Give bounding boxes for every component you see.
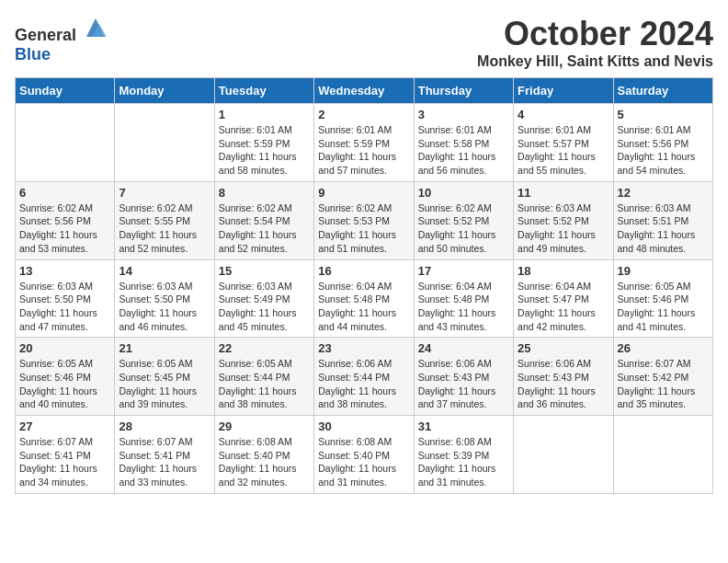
day-number: 30 [318, 419, 409, 433]
day-detail: Sunrise: 6:02 AM Sunset: 5:54 PM Dayligh… [219, 201, 310, 256]
day-number: 14 [119, 264, 210, 278]
calendar-day-cell: 31Sunrise: 6:08 AM Sunset: 5:39 PM Dayli… [414, 416, 513, 494]
day-number: 2 [318, 108, 409, 121]
calendar-day-cell: 25Sunrise: 6:06 AM Sunset: 5:43 PM Dayli… [514, 338, 613, 416]
weekday-header-cell: Saturday [613, 78, 712, 104]
calendar-day-cell: 1Sunrise: 6:01 AM Sunset: 5:59 PM Daylig… [214, 104, 313, 182]
weekday-header-cell: Sunday [16, 78, 115, 104]
calendar-day-cell: 6Sunrise: 6:02 AM Sunset: 5:56 PM Daylig… [16, 181, 115, 259]
calendar-day-cell: 15Sunrise: 6:03 AM Sunset: 5:49 PM Dayli… [214, 259, 313, 338]
calendar-week-row: 27Sunrise: 6:07 AM Sunset: 5:41 PM Dayli… [16, 416, 713, 494]
day-number: 16 [318, 264, 409, 278]
day-number: 7 [119, 186, 210, 200]
day-number: 26 [618, 341, 709, 355]
calendar-day-cell: 3Sunrise: 6:01 AM Sunset: 5:58 PM Daylig… [414, 104, 513, 182]
logo-blue: Blue [15, 45, 51, 63]
calendar-day-cell: 5Sunrise: 6:01 AM Sunset: 5:56 PM Daylig… [613, 104, 712, 182]
day-number: 23 [318, 341, 409, 355]
calendar-week-row: 1Sunrise: 6:01 AM Sunset: 5:59 PM Daylig… [16, 104, 713, 182]
day-detail: Sunrise: 6:04 AM Sunset: 5:47 PM Dayligh… [518, 280, 609, 334]
day-number: 17 [418, 264, 509, 278]
calendar-table: SundayMondayTuesdayWednesdayThursdayFrid… [15, 77, 713, 494]
day-detail: Sunrise: 6:08 AM Sunset: 5:40 PM Dayligh… [219, 435, 310, 489]
day-number: 11 [518, 186, 609, 200]
day-detail: Sunrise: 6:02 AM Sunset: 5:55 PM Dayligh… [119, 201, 210, 256]
calendar-day-cell [16, 104, 115, 182]
day-detail: Sunrise: 6:07 AM Sunset: 5:41 PM Dayligh… [19, 435, 110, 489]
calendar-day-cell [613, 416, 712, 494]
day-number: 6 [19, 186, 110, 200]
day-number: 10 [418, 186, 509, 200]
day-number: 9 [318, 186, 409, 200]
day-number: 28 [119, 419, 210, 433]
day-detail: Sunrise: 6:03 AM Sunset: 5:52 PM Dayligh… [518, 201, 609, 256]
calendar-week-row: 20Sunrise: 6:05 AM Sunset: 5:46 PM Dayli… [16, 338, 713, 416]
day-number: 19 [618, 264, 709, 278]
calendar-day-cell: 8Sunrise: 6:02 AM Sunset: 5:54 PM Daylig… [214, 181, 313, 259]
calendar-day-cell: 10Sunrise: 6:02 AM Sunset: 5:52 PM Dayli… [414, 181, 513, 259]
logo-text: General Blue [15, 15, 108, 64]
day-number: 5 [618, 108, 709, 121]
calendar-day-cell: 20Sunrise: 6:05 AM Sunset: 5:46 PM Dayli… [16, 338, 115, 416]
day-detail: Sunrise: 6:05 AM Sunset: 5:46 PM Dayligh… [618, 280, 709, 334]
day-detail: Sunrise: 6:02 AM Sunset: 5:52 PM Dayligh… [418, 201, 509, 256]
calendar-day-cell: 4Sunrise: 6:01 AM Sunset: 5:57 PM Daylig… [514, 104, 613, 182]
day-number: 20 [19, 341, 110, 355]
calendar-day-cell: 12Sunrise: 6:03 AM Sunset: 5:51 PM Dayli… [613, 181, 712, 259]
calendar-day-cell: 29Sunrise: 6:08 AM Sunset: 5:40 PM Dayli… [214, 416, 313, 494]
day-detail: Sunrise: 6:06 AM Sunset: 5:43 PM Dayligh… [418, 357, 509, 411]
calendar-day-cell: 7Sunrise: 6:02 AM Sunset: 5:55 PM Daylig… [115, 181, 214, 259]
calendar-day-cell: 22Sunrise: 6:05 AM Sunset: 5:44 PM Dayli… [214, 338, 313, 416]
day-number: 25 [518, 341, 609, 355]
day-number: 31 [418, 419, 509, 433]
day-detail: Sunrise: 6:03 AM Sunset: 5:50 PM Dayligh… [19, 280, 110, 334]
calendar-day-cell [115, 104, 214, 182]
day-detail: Sunrise: 6:01 AM Sunset: 5:58 PM Dayligh… [418, 123, 509, 178]
calendar-day-cell: 26Sunrise: 6:07 AM Sunset: 5:42 PM Dayli… [613, 338, 712, 416]
logo-general: General [15, 26, 76, 44]
calendar-day-cell: 19Sunrise: 6:05 AM Sunset: 5:46 PM Dayli… [613, 259, 712, 338]
day-number: 8 [219, 186, 310, 200]
day-detail: Sunrise: 6:06 AM Sunset: 5:43 PM Dayligh… [518, 357, 609, 411]
calendar-day-cell: 13Sunrise: 6:03 AM Sunset: 5:50 PM Dayli… [16, 259, 115, 338]
calendar-day-cell: 2Sunrise: 6:01 AM Sunset: 5:59 PM Daylig… [314, 104, 414, 182]
day-number: 3 [418, 108, 509, 121]
month-title: October 2024 [477, 15, 713, 53]
logo: General Blue [15, 15, 108, 64]
day-number: 22 [219, 341, 310, 355]
day-number: 24 [418, 341, 509, 355]
day-detail: Sunrise: 6:08 AM Sunset: 5:39 PM Dayligh… [418, 435, 509, 489]
calendar-week-row: 13Sunrise: 6:03 AM Sunset: 5:50 PM Dayli… [16, 259, 713, 338]
day-detail: Sunrise: 6:02 AM Sunset: 5:53 PM Dayligh… [318, 201, 409, 256]
day-number: 4 [518, 108, 609, 121]
day-number: 15 [219, 264, 310, 278]
day-detail: Sunrise: 6:05 AM Sunset: 5:44 PM Dayligh… [219, 357, 310, 411]
location-title: Monkey Hill, Saint Kitts and Nevis [477, 53, 713, 70]
calendar-day-cell: 28Sunrise: 6:07 AM Sunset: 5:41 PM Dayli… [115, 416, 214, 494]
day-number: 18 [518, 264, 609, 278]
calendar-day-cell [514, 416, 613, 494]
weekday-header-cell: Thursday [414, 78, 513, 104]
day-detail: Sunrise: 6:01 AM Sunset: 5:57 PM Dayligh… [518, 123, 609, 178]
day-detail: Sunrise: 6:06 AM Sunset: 5:44 PM Dayligh… [318, 357, 409, 411]
calendar-week-row: 6Sunrise: 6:02 AM Sunset: 5:56 PM Daylig… [16, 181, 713, 259]
day-detail: Sunrise: 6:05 AM Sunset: 5:45 PM Dayligh… [119, 357, 210, 411]
day-number: 12 [618, 186, 709, 200]
calendar-day-cell: 9Sunrise: 6:02 AM Sunset: 5:53 PM Daylig… [314, 181, 414, 259]
calendar-body: 1Sunrise: 6:01 AM Sunset: 5:59 PM Daylig… [16, 104, 713, 494]
day-detail: Sunrise: 6:07 AM Sunset: 5:42 PM Dayligh… [618, 357, 709, 411]
day-detail: Sunrise: 6:08 AM Sunset: 5:40 PM Dayligh… [318, 435, 409, 489]
day-detail: Sunrise: 6:03 AM Sunset: 5:51 PM Dayligh… [618, 201, 709, 256]
day-number: 29 [219, 419, 310, 433]
day-number: 1 [219, 108, 310, 121]
calendar-day-cell: 16Sunrise: 6:04 AM Sunset: 5:48 PM Dayli… [314, 259, 414, 338]
calendar-day-cell: 21Sunrise: 6:05 AM Sunset: 5:45 PM Dayli… [115, 338, 214, 416]
calendar-day-cell: 14Sunrise: 6:03 AM Sunset: 5:50 PM Dayli… [115, 259, 214, 338]
day-detail: Sunrise: 6:01 AM Sunset: 5:59 PM Dayligh… [318, 123, 409, 178]
day-detail: Sunrise: 6:05 AM Sunset: 5:46 PM Dayligh… [19, 357, 110, 411]
day-detail: Sunrise: 6:01 AM Sunset: 5:56 PM Dayligh… [618, 123, 709, 178]
day-detail: Sunrise: 6:04 AM Sunset: 5:48 PM Dayligh… [318, 280, 409, 334]
day-detail: Sunrise: 6:04 AM Sunset: 5:48 PM Dayligh… [418, 280, 509, 334]
day-detail: Sunrise: 6:03 AM Sunset: 5:49 PM Dayligh… [219, 280, 310, 334]
logo-icon [83, 15, 108, 40]
